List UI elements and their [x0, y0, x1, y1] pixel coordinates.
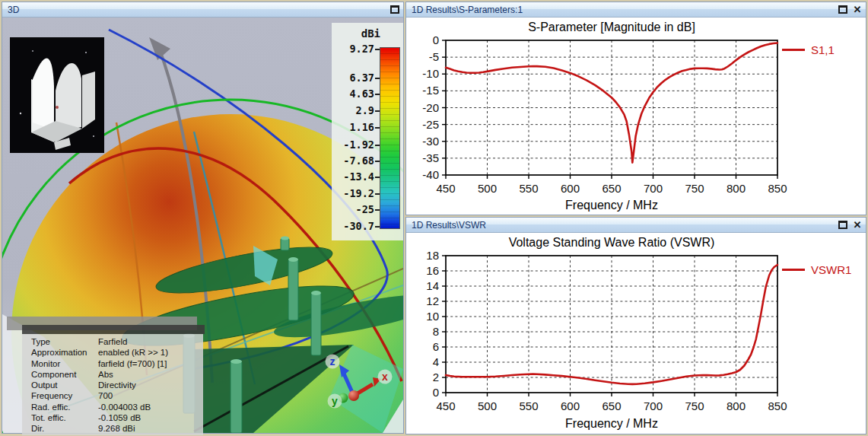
- y-tick-label: -40: [422, 168, 439, 181]
- colorbar-tick-mark: [375, 161, 380, 162]
- x-tick-label: 850: [768, 399, 787, 412]
- x-tick-label: 800: [727, 399, 746, 412]
- maximize-icon[interactable]: [838, 221, 847, 229]
- x-tick-label: 700: [644, 399, 663, 412]
- x-tick-label: 450: [436, 182, 455, 195]
- y-tick-label: -15: [422, 84, 439, 97]
- colorbar-tick-mark: [375, 145, 380, 146]
- x-tick-label: 650: [602, 182, 621, 195]
- info-row: OutputDirectivity: [31, 380, 203, 390]
- y-tick-label: 2: [433, 371, 439, 383]
- x-tick-label: 650: [602, 399, 621, 412]
- colorbar-tick-label: -7.68: [343, 154, 374, 167]
- y-tick-label: 8: [433, 325, 439, 338]
- info-value: Abs: [98, 369, 113, 380]
- titlebar-3d[interactable]: 3D: [2, 2, 403, 18]
- window-title-vswr: 1D Results\VSWR: [412, 220, 833, 231]
- x-tick-label: 550: [519, 399, 538, 412]
- colorbar-tick-label: 9.27: [349, 43, 374, 55]
- info-value: farfield (f=700) [1]: [98, 358, 167, 369]
- sparam-legend: S1,1: [782, 43, 835, 56]
- x-tick-label: 750: [685, 182, 704, 195]
- sparam-plot: 4505005506006507007508008500-5-10-15-20-…: [406, 36, 866, 215]
- info-row: TypeFarfield: [31, 336, 203, 347]
- info-value: Directivity: [98, 380, 136, 390]
- model-preview-inset: [10, 37, 104, 153]
- info-value: -0.1059 dB: [98, 412, 141, 423]
- info-label: Rad. effic.: [31, 402, 98, 412]
- colorbar-tick-label: 6.37: [349, 72, 374, 84]
- info-row: Monitorfarfield (f=700) [1]: [31, 358, 203, 369]
- x-tick-label: 600: [561, 399, 580, 412]
- colorbar-tick-mark: [375, 49, 380, 50]
- z-axis-label: z: [330, 355, 335, 368]
- x-axis-label: x: [382, 371, 388, 383]
- y-tick-label: -5: [429, 50, 439, 63]
- x-tick-label: 600: [561, 182, 580, 195]
- colorbar-tick-label: -25: [356, 203, 374, 215]
- info-label: Tot. effic.: [31, 412, 98, 423]
- window-sparameters: 1D Results\S-Parameters:1 S-Parameter [M…: [405, 2, 866, 215]
- y-axis-label: y: [332, 395, 338, 407]
- viewport-3d[interactable]: z x y dBi 9.276.374.632.91.16-1.92-7.68-…: [2, 18, 403, 433]
- info-row: ComponentAbs: [31, 369, 203, 380]
- y-tick-label: -25: [422, 118, 439, 131]
- colorbar-tick-mark: [375, 94, 380, 95]
- legend-line-icon: [782, 269, 805, 271]
- info-label: Frequency: [31, 390, 98, 401]
- info-label: Monitor: [31, 358, 98, 369]
- origin-ball-icon: [348, 390, 359, 401]
- vswr-chart-area: Voltage Standing Wave Ratio (VSWR) 45050…: [406, 233, 866, 434]
- titlebar-sparameters[interactable]: 1D Results\S-Parameters:1: [406, 2, 866, 18]
- colorbar-gradient: [380, 47, 400, 229]
- info-row: Tot. effic.-0.1059 dB: [31, 412, 203, 423]
- info-label: Type: [31, 336, 98, 347]
- info-label: Approximation: [31, 347, 98, 358]
- colorbar-tick-label: 4.63: [349, 88, 374, 100]
- info-value: 700: [98, 390, 113, 401]
- colorbar-tick-label: -13.4: [343, 170, 374, 183]
- y-tick-label: 4: [433, 355, 439, 368]
- maximize-icon[interactable]: [390, 5, 399, 14]
- sparam-xaxis-title: Frequency / MHz: [446, 199, 777, 212]
- colorbar-tick-mark: [375, 78, 380, 79]
- colorbar-tick-mark: [375, 209, 380, 211]
- info-row: Dir.9.268 dBi: [31, 423, 203, 434]
- window-vswr: 1D Results\VSWR Voltage Standing Wave Ra…: [405, 217, 866, 434]
- y-tick-label: 0: [433, 36, 439, 46]
- x-tick-label: 500: [478, 182, 497, 195]
- vswr-legend: VSWR1: [782, 263, 851, 276]
- x-tick-label: 800: [727, 182, 746, 195]
- vswr-chart-title: Voltage Standing Wave Ratio (VSWR): [446, 236, 777, 250]
- x-tick-label: 450: [436, 399, 455, 412]
- colorbar-tick-mark: [375, 226, 380, 228]
- application-stage: 3D: [0, 0, 868, 436]
- y-tick-label: 18: [426, 251, 439, 262]
- y-tick-label: 14: [426, 279, 439, 292]
- colorbar-tick-mark: [375, 127, 380, 129]
- info-label: Dir.: [31, 423, 98, 434]
- y-tick-label: 10: [426, 310, 439, 323]
- farfield-info-rows: TypeFarfieldApproximationenabled (kR >> …: [31, 336, 203, 434]
- close-icon[interactable]: [853, 5, 862, 14]
- window-title-3d: 3D: [8, 5, 385, 15]
- colorbar-tick-mark: [375, 177, 380, 178]
- maximize-icon[interactable]: [838, 5, 847, 14]
- colorbar-tick-label: -30.7: [343, 220, 374, 232]
- info-value: 9.268 dBi: [98, 423, 135, 434]
- close-icon[interactable]: [853, 221, 862, 229]
- info-value: enabled (kR >> 1): [98, 347, 168, 358]
- x-tick-label: 550: [519, 182, 538, 195]
- vswr-xaxis-title: Frequency / MHz: [446, 417, 777, 431]
- titlebar-vswr[interactable]: 1D Results\VSWR: [406, 218, 866, 233]
- x-tick-label: 700: [644, 182, 663, 195]
- sparam-chart-area: S-Parameter [Magnitude in dB] 4505005506…: [406, 18, 866, 215]
- colorbar-tick-label: -19.2: [343, 187, 374, 199]
- x-tick-label: 750: [685, 399, 704, 412]
- farfield-info-panel: TypeFarfieldApproximationenabled (kR >> …: [22, 334, 203, 435]
- colorbar-tick-label: -1.92: [343, 138, 374, 151]
- window-3d: 3D: [2, 2, 404, 434]
- legend-label-s11: S1,1: [811, 43, 835, 56]
- legend-line-icon: [782, 49, 805, 51]
- info-label: Component: [31, 369, 98, 380]
